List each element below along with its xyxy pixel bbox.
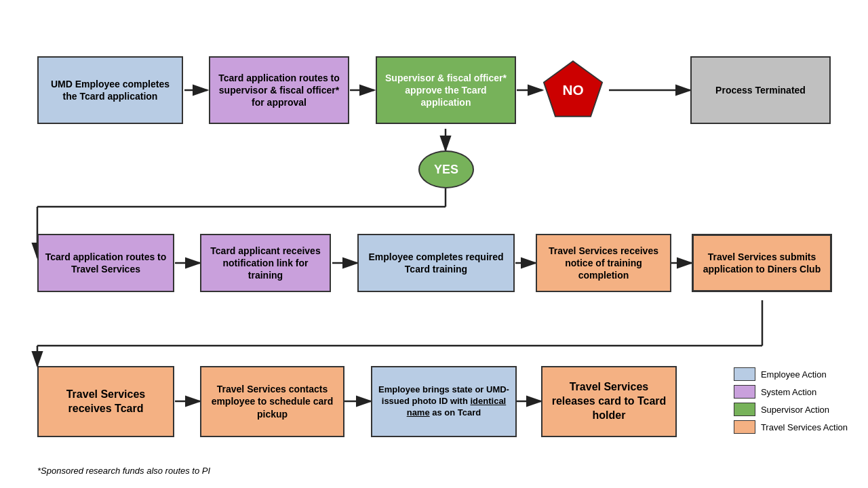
- footnote: *Sponsored research funds also routes to…: [37, 466, 210, 476]
- yes-label: YES: [434, 163, 458, 177]
- releases-card-label: Travel Services releases card to Tcard h…: [548, 380, 670, 422]
- employee-brings-id-box: Employee brings state or UMD-issued phot…: [371, 366, 517, 437]
- legend-employee-color: [734, 367, 755, 381]
- legend: Employee Action System Action Supervisor…: [734, 367, 848, 434]
- legend-travel-services-color: [734, 420, 755, 434]
- process-terminated-box: Process Terminated: [690, 56, 831, 124]
- legend-system-color: [734, 385, 755, 399]
- umd-employee-box: UMD Employee completes the Tcard applica…: [37, 56, 183, 124]
- legend-system: System Action: [734, 385, 848, 399]
- travel-services-submits-label: Travel Services submits application to D…: [699, 251, 825, 275]
- footnote-text: *Sponsored research funds also routes to…: [37, 466, 210, 476]
- legend-supervisor-label: Supervisor Action: [761, 405, 829, 415]
- travel-services-notice-label: Travel Services receives notice of train…: [542, 245, 665, 282]
- contacts-employee-label: Travel Services contacts employee to sch…: [207, 383, 338, 420]
- employee-completes-training-box: Employee completes required Tcard traini…: [357, 234, 515, 292]
- routes-travel-services-label: Tcard application routes to Travel Servi…: [44, 251, 167, 275]
- routes-travel-services-box: Tcard application routes to Travel Servi…: [37, 234, 174, 292]
- supervisor-approves-box: Supervisor & fiscal officer* approve the…: [376, 56, 516, 124]
- legend-supervisor: Supervisor Action: [734, 403, 848, 416]
- yes-ellipse: YES: [418, 150, 474, 188]
- process-terminated-label: Process Terminated: [715, 84, 806, 96]
- travel-services-submits-box: Travel Services submits application to D…: [692, 234, 832, 292]
- applicant-notification-label: Tcard applicant receives notification li…: [207, 245, 324, 282]
- applicant-notification-box: Tcard applicant receives notification li…: [200, 234, 331, 292]
- legend-travel-services-label: Travel Services Action: [761, 422, 848, 432]
- contacts-employee-box: Travel Services contacts employee to sch…: [200, 366, 344, 437]
- no-pentagon: NO: [542, 60, 604, 117]
- legend-travel-services: Travel Services Action: [734, 420, 848, 434]
- tcard-routes-supervisor-box: Tcard application routes to supervisor &…: [209, 56, 349, 124]
- tcard-routes-supervisor-label: Tcard application routes to supervisor &…: [216, 72, 342, 109]
- umd-employee-label: UMD Employee completes the Tcard applica…: [44, 78, 176, 102]
- legend-system-label: System Action: [761, 387, 816, 397]
- employee-completes-training-label: Employee completes required Tcard traini…: [364, 251, 508, 275]
- travel-services-receives-box: Travel Services receives Tcard: [37, 366, 174, 437]
- legend-supervisor-color: [734, 403, 755, 416]
- legend-employee: Employee Action: [734, 367, 848, 381]
- svg-text:NO: NO: [562, 82, 583, 98]
- legend-employee-label: Employee Action: [761, 369, 827, 380]
- travel-services-receives-label: Travel Services receives Tcard: [44, 388, 167, 416]
- supervisor-approves-label: Supervisor & fiscal officer* approve the…: [382, 72, 509, 109]
- releases-card-box: Travel Services releases card to Tcard h…: [541, 366, 677, 437]
- employee-brings-id-label: Employee brings state or UMD-issued phot…: [378, 384, 510, 419]
- travel-services-notice-box: Travel Services receives notice of train…: [536, 234, 671, 292]
